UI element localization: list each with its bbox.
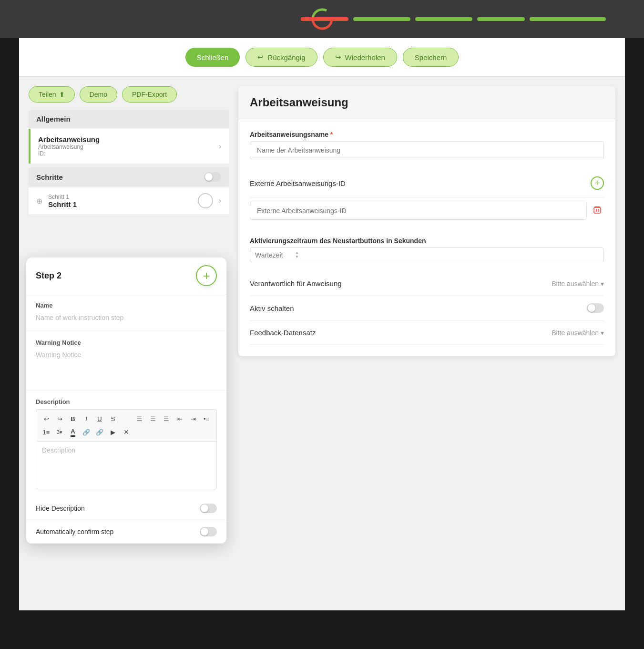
- rte-ol-button[interactable]: 1≡: [40, 426, 52, 438]
- external-id-input[interactable]: [250, 202, 587, 220]
- nav-item-arbeitsanweisung[interactable]: Arbeitsanweisung Arbeitsanweisung ID: ›: [29, 129, 229, 164]
- allgemein-header: Allgemein: [29, 110, 229, 128]
- nav-item-sub2: ID:: [38, 150, 100, 157]
- rte-strikethrough-button[interactable]: S: [107, 412, 119, 425]
- rte-underline-button[interactable]: U: [93, 412, 106, 425]
- close-button[interactable]: Schließen: [185, 48, 240, 67]
- step1-item[interactable]: ⊕ Schritt 1 Schritt 1 ›: [29, 187, 229, 214]
- external-id-input-group: [250, 198, 604, 227]
- save-button[interactable]: Speichern: [403, 48, 459, 67]
- share-button[interactable]: Teilen ⬆: [29, 86, 75, 103]
- main-area: Schließen ↩ Rückgängig ↪ Wiederholen Spe…: [19, 38, 625, 610]
- rte-undo-button[interactable]: ↩: [40, 412, 52, 425]
- aktiv-toggle[interactable]: [587, 303, 604, 313]
- rte-video-button[interactable]: ▶: [107, 426, 119, 438]
- wartezeit-field[interactable]: [255, 251, 293, 259]
- step2-warning-field: Warning Notice Warning Notice: [26, 331, 226, 391]
- step2-card: Step 2 + Name Name of work instruction s…: [26, 258, 226, 544]
- aktiv-row: Aktiv schalten: [250, 296, 604, 321]
- step1-toggle[interactable]: [198, 193, 213, 208]
- schritte-header: Schritte: [29, 167, 229, 186]
- wartezeit-input: ▲ ▼: [250, 247, 604, 262]
- delete-external-id-button[interactable]: [591, 204, 604, 217]
- aktiv-label: Aktiv schalten: [250, 304, 294, 312]
- activation-group: Aktivierungszeitraum des Neustartbuttons…: [250, 237, 604, 262]
- progress-bar-green3: [477, 17, 525, 21]
- add-external-id-button[interactable]: +: [591, 176, 604, 190]
- share-icon: ⬆: [59, 91, 65, 98]
- undo-button[interactable]: ↩ Rückgängig: [245, 48, 317, 67]
- external-id-label: Externe Arbeitsanweisungs-ID: [250, 179, 346, 187]
- feedback-dropdown-arrow-icon: ▾: [601, 329, 604, 337]
- step2-description-label: Description: [36, 398, 217, 405]
- redo-icon: ↪: [335, 53, 341, 62]
- step2-warning-input[interactable]: Warning Notice: [36, 349, 217, 382]
- drag-handle-icon[interactable]: ⊕: [36, 196, 42, 206]
- step2-name-input[interactable]: Name of work instruction step: [36, 312, 217, 323]
- rte-redo-button[interactable]: ↪: [53, 412, 66, 425]
- rte-fontsize-button[interactable]: 3▾: [53, 426, 66, 438]
- verantwortlich-placeholder: Bitte auswählen: [552, 280, 599, 288]
- verantwortlich-select[interactable]: Bitte auswählen ▾: [552, 280, 604, 288]
- feedback-label: Feedback-Datensatz: [250, 329, 316, 337]
- required-indicator: *: [330, 131, 333, 138]
- spinner-buttons: ▲ ▼: [295, 251, 299, 259]
- feedback-select[interactable]: Bitte auswählen ▾: [552, 329, 604, 337]
- rte-bold-button[interactable]: B: [67, 412, 79, 425]
- redo-button[interactable]: ↪ Wiederholen: [323, 48, 397, 67]
- undo-icon: ↩: [257, 53, 264, 62]
- rte-clear-button[interactable]: ✕: [120, 426, 133, 438]
- hide-description-row: Hide Description: [26, 497, 226, 520]
- rte-align-center-button[interactable]: ☰: [133, 412, 146, 425]
- step2-header: Step 2 +: [26, 258, 226, 294]
- rte-toolbar: ↩ ↪ B I U S ⁣ ☰ ☰ ☰ ⇤ ⇥ •≡ 1≡ 3▾ A: [36, 409, 217, 442]
- external-id-row: Externe Arbeitsanweisungs-ID +: [250, 169, 604, 198]
- rte-align-justify-button[interactable]: ☰: [160, 412, 173, 425]
- top-bar: [0, 0, 644, 38]
- rte-placeholder: Description: [42, 446, 75, 454]
- step2-body: Name Name of work instruction step Warni…: [26, 294, 226, 544]
- feedback-row: Feedback-Datensatz Bitte auswählen ▾: [250, 321, 604, 345]
- activation-label: Aktivierungszeitraum des Neustartbuttons…: [250, 237, 604, 245]
- progress-bar-red: [301, 17, 348, 21]
- rte-align-right-button[interactable]: ☰: [147, 412, 159, 425]
- progress-bar-green1: [353, 17, 410, 21]
- step2-title: Step 2: [36, 271, 61, 281]
- progress-bars: [301, 17, 606, 21]
- step2-name-field: Name Name of work instruction step: [26, 294, 226, 331]
- rte-align-left-button[interactable]: ⁣: [120, 412, 133, 425]
- demo-button[interactable]: Demo: [80, 86, 117, 103]
- step1-chevron-icon: ›: [219, 196, 221, 205]
- progress-bar-green2: [415, 17, 472, 21]
- auto-confirm-toggle[interactable]: [200, 527, 217, 536]
- svg-rect-3: [594, 207, 601, 213]
- step1-num: Schritt 1: [48, 194, 192, 200]
- pdf-export-button[interactable]: PDF-Export: [122, 86, 177, 103]
- undo-label: Rückgängig: [267, 53, 305, 62]
- schritte-toggle[interactable]: [204, 172, 221, 182]
- step2-name-label: Name: [36, 302, 217, 309]
- rte-indent-button[interactable]: ⇥: [187, 412, 199, 425]
- name-input[interactable]: [250, 141, 604, 159]
- step2-add-button[interactable]: +: [196, 265, 217, 286]
- step1-name: Schritt 1: [48, 200, 192, 208]
- nav-item-title: Arbeitsanweisung: [38, 135, 100, 144]
- rte-unlink-button[interactable]: 🔗: [93, 426, 106, 438]
- rte-fontcolor-button[interactable]: A: [67, 426, 79, 438]
- schritte-label: Schritte: [36, 173, 63, 181]
- hide-description-label: Hide Description: [36, 505, 85, 512]
- right-panel-title: Arbeitsanweisung: [250, 96, 604, 109]
- spinner-up-btn[interactable]: ▲: [295, 251, 299, 255]
- chevron-right-icon: ›: [219, 142, 221, 151]
- right-panel-body: Arbeitsanweisungsname * Externe Arbeitsa…: [238, 119, 615, 356]
- share-label: Teilen: [39, 91, 56, 98]
- rte-outdent-button[interactable]: ⇤: [174, 412, 186, 425]
- rte-italic-button[interactable]: I: [80, 412, 92, 425]
- feedback-placeholder: Bitte auswählen: [552, 329, 599, 337]
- rte-link-button[interactable]: 🔗: [80, 426, 92, 438]
- rte-ul-button[interactable]: •≡: [200, 412, 213, 425]
- nav-item-info: Arbeitsanweisung Arbeitsanweisung ID:: [38, 135, 100, 157]
- spinner-down-btn[interactable]: ▼: [295, 255, 299, 259]
- rte-description-area[interactable]: Description: [36, 442, 217, 489]
- hide-description-toggle[interactable]: [200, 504, 217, 513]
